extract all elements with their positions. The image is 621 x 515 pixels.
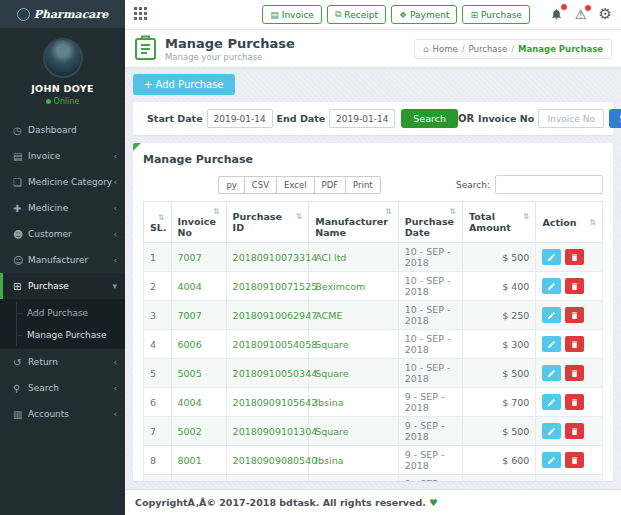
- cell-manufacturer: Ibsina: [309, 446, 399, 475]
- edit-button[interactable]: [542, 278, 561, 294]
- edit-button[interactable]: [542, 452, 561, 468]
- edit-button[interactable]: [542, 423, 561, 439]
- delete-button[interactable]: [565, 307, 584, 323]
- cell-invoice-no: 7007: [171, 301, 226, 330]
- delete-button[interactable]: [565, 249, 584, 265]
- sort-icon[interactable]: ⇅: [296, 212, 303, 221]
- footer: CopyrightÃ‚Â© 2017-2018 bdtask. All righ…: [125, 489, 621, 515]
- topnav-button[interactable]: ▤ Invoice: [262, 5, 322, 24]
- cell-purchase-date: 10 - SEP - 2018: [398, 272, 462, 301]
- export-button[interactable]: Excel: [276, 176, 315, 194]
- column-header[interactable]: ⇅ Purchase ID: [226, 202, 309, 243]
- sidebar-nav: ◷ Dashboard ▤ Invoice ‹ ❏ Medicine Categ…: [0, 117, 125, 515]
- sidebar-item[interactable]: ⚲ Search ‹: [0, 375, 125, 401]
- breadcrumb-purchase[interactable]: Purchase: [469, 44, 508, 54]
- alerts-warning-icon[interactable]: ⚠: [575, 8, 587, 21]
- delete-button[interactable]: [565, 336, 584, 352]
- topnav-button[interactable]: ⊞ Purchase: [462, 5, 529, 24]
- breadcrumb-separator: /: [511, 44, 514, 54]
- edit-button[interactable]: [542, 336, 561, 352]
- brand[interactable]: Pharmacare: [0, 0, 125, 28]
- sort-icon[interactable]: ⇅: [158, 213, 165, 222]
- delete-button[interactable]: [565, 423, 584, 439]
- delete-button[interactable]: [565, 278, 584, 294]
- user-profile: JOHN DOYE Online: [0, 28, 125, 115]
- brand-name: Pharmacare: [34, 8, 109, 21]
- start-date-input[interactable]: [207, 109, 273, 128]
- column-header[interactable]: ⇅ Total Amount: [462, 202, 535, 243]
- export-button[interactable]: CSV: [244, 176, 277, 194]
- export-button[interactable]: py: [218, 176, 244, 194]
- chevron-left-icon: ‹: [113, 357, 117, 367]
- sidebar-item[interactable]: ▥ Accounts ‹: [0, 401, 125, 427]
- sidebar-item-label: Medicine Category: [28, 177, 113, 187]
- cell-action: [536, 301, 603, 330]
- end-date-input[interactable]: [329, 109, 395, 128]
- accounts-icon: ▥: [13, 409, 28, 420]
- export-button[interactable]: Print: [345, 176, 381, 194]
- sort-icon[interactable]: ⇅: [449, 207, 456, 216]
- column-header[interactable]: ⇅ Purchase Date: [398, 202, 462, 243]
- export-button[interactable]: PDF: [314, 176, 347, 194]
- sidebar-item[interactable]: ◷ Dashboard: [0, 117, 125, 143]
- invoice-search-button[interactable]: Search: [609, 109, 621, 128]
- cell-purchase-id: 20180910071525: [226, 272, 309, 301]
- submenu-item-label: Manage Purchase: [27, 330, 106, 340]
- table-search-input[interactable]: [495, 175, 603, 194]
- cell-purchase-date: 9 - SEP - 2018: [398, 475, 462, 482]
- sidebar-item[interactable]: ☺ Manufacturer ‹: [0, 247, 125, 273]
- page-header: Manage Purchase Manage your purchase ⌂ H…: [125, 30, 621, 67]
- sidebar-item[interactable]: ❏ Medicine Category ‹: [0, 169, 125, 195]
- cell-purchase-id: 20180909101304: [226, 417, 309, 446]
- sort-icon[interactable]: ⇅: [213, 207, 220, 216]
- sidebar-item-label: Manufacturer: [28, 255, 113, 265]
- table-row: 1 7007 20180910073314 ACI ltd 10 - SEP -…: [144, 243, 603, 272]
- cell-sl: 3: [144, 301, 172, 330]
- settings-gear-icon[interactable]: ⚙: [599, 7, 612, 22]
- notifications-bell-icon[interactable]: [550, 7, 563, 23]
- submenu-item[interactable]: Manage Purchase: [0, 324, 125, 346]
- column-header[interactable]: ⇅ Action: [536, 202, 603, 243]
- edit-button[interactable]: [542, 394, 561, 410]
- cell-action: [536, 243, 603, 272]
- sort-icon[interactable]: ⇅: [385, 207, 392, 216]
- topnav-button[interactable]: ⧉ Receipt: [327, 5, 386, 24]
- cell-purchase-date: 10 - SEP - 2018: [398, 243, 462, 272]
- cell-sl: 5: [144, 359, 172, 388]
- submenu-item[interactable]: Add Purchase: [0, 302, 125, 324]
- cell-sl: 4: [144, 330, 172, 359]
- delete-button[interactable]: [565, 452, 584, 468]
- cell-purchase-date: 10 - SEP - 2018: [398, 330, 462, 359]
- column-header[interactable]: ⇅ Manufacturer Name: [309, 202, 399, 243]
- breadcrumb: ⌂ Home / Purchase / Manage Purchase: [414, 39, 612, 59]
- sidebar-item[interactable]: ✚ Medicine ‹: [0, 195, 125, 221]
- topnav-button[interactable]: ❖ Payment: [391, 5, 457, 24]
- add-purchase-button[interactable]: + Add Purchase: [133, 74, 235, 95]
- sidebar-item[interactable]: ↺ Return ‹: [0, 349, 125, 375]
- column-header[interactable]: ⇅ Invoice No: [171, 202, 226, 243]
- edit-button[interactable]: [542, 249, 561, 265]
- cell-total-amount: $ 500: [462, 243, 535, 272]
- column-header[interactable]: ⇅ SL.: [144, 202, 172, 243]
- cell-action: [536, 417, 603, 446]
- sidebar-item[interactable]: ▤ Invoice ‹: [0, 143, 125, 169]
- sidebar-item[interactable]: ☻ Customer ‹: [0, 221, 125, 247]
- cell-invoice-no: 4004: [171, 388, 226, 417]
- edit-button[interactable]: [542, 307, 561, 323]
- home-icon: ⌂: [423, 44, 429, 54]
- sort-icon[interactable]: ⇅: [589, 218, 596, 227]
- cell-total-amount: $ 700: [462, 388, 535, 417]
- breadcrumb-home[interactable]: Home: [433, 44, 458, 54]
- sort-icon[interactable]: ⇅: [523, 212, 530, 221]
- delete-button[interactable]: [565, 365, 584, 381]
- return-icon: ↺: [13, 357, 28, 368]
- date-search-button[interactable]: Search: [401, 109, 458, 128]
- sidebar-item-purchase[interactable]: ⊞ Purchase ▾: [0, 273, 125, 299]
- apps-grid-icon[interactable]: [134, 7, 147, 22]
- topbar-icons: ⚠ ⚙: [550, 7, 612, 23]
- online-status: Online: [0, 97, 125, 106]
- invoice-no-input[interactable]: [538, 109, 604, 128]
- delete-button[interactable]: [565, 394, 584, 410]
- edit-button[interactable]: [542, 365, 561, 381]
- heart-icon: ♥: [429, 497, 438, 508]
